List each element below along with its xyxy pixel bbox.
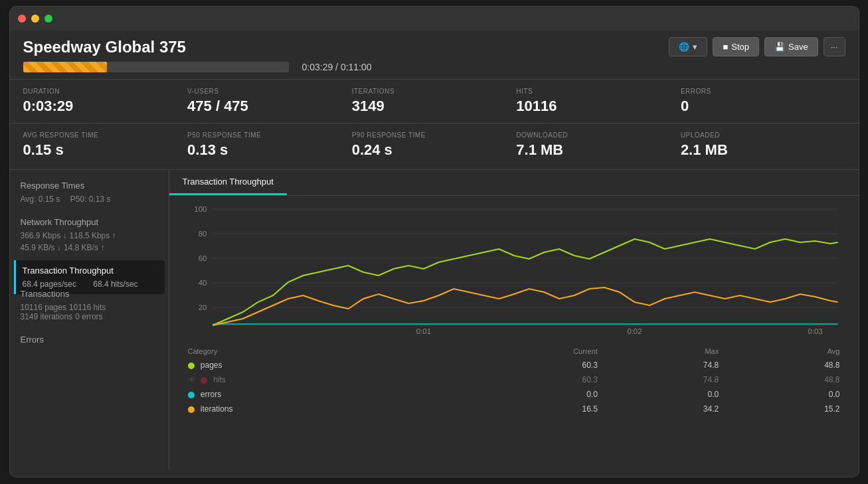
network-throughput-values: 366.9 Kbps ↓ 118.5 Kbps ↑ 45.9 KB/s ↓ 14… [21, 231, 158, 252]
sidebar-transactions[interactable]: Transactions 10116 pages 10116 hits 3149… [21, 289, 158, 321]
more-button[interactable]: ··· [824, 37, 845, 56]
sidebar-errors[interactable]: Errors [21, 335, 158, 345]
metric-p90-response: P90 RESPONSE TIME 0.24 s [352, 131, 517, 159]
transactions-values-2: 3149 iterations 0 errors [21, 312, 158, 321]
header-actions: 🌐 ▾ ■ Stop 💾 Save ··· [669, 37, 845, 56]
pages-sec: 68.4 pages/sec [23, 280, 76, 289]
errors-value: 0 [681, 98, 832, 115]
sidebar-response-times[interactable]: Response Times Avg: 0.15 s P50: 0.13 s [21, 181, 158, 204]
tab-transaction-throughput[interactable]: Transaction Throughput [169, 170, 287, 195]
save-button[interactable]: 💾 Save [764, 37, 818, 56]
legend-color-dot [201, 377, 207, 384]
uploaded-label: UPLOADED [681, 131, 832, 139]
response-times-title: Response Times [21, 181, 158, 191]
minimize-button[interactable] [31, 15, 39, 23]
legend-row[interactable]: errors 0.0 0.0 0.0 [183, 387, 845, 402]
legend-current: 60.3 [441, 358, 603, 372]
metric-iterations: ITERATIONS 3149 [352, 88, 517, 115]
chart-svg: 100 80 60 40 20 0:01 0:02 0:03 [183, 202, 845, 335]
metric-errors: ERRORS 0 [681, 88, 845, 115]
tx-pages: 10116 pages [21, 303, 66, 312]
avg-detail: Avg: 0.15 s [21, 195, 60, 204]
iterations-value: 3149 [352, 98, 503, 115]
metric-duration: DURATION 0:03:29 [23, 88, 188, 115]
legend-row[interactable]: pages 60.3 74.8 48.8 [183, 358, 845, 372]
eye-icon: 👁 [188, 375, 196, 384]
main-content: Speedway Global 375 🌐 ▾ ■ Stop 💾 Save [10, 31, 859, 477]
col-header-max: Max [603, 345, 724, 358]
metric-hits: HITS 10116 [516, 88, 681, 115]
duration-label: DURATION [23, 88, 175, 95]
svg-text:100: 100 [194, 206, 207, 213]
errors-label: ERRORS [681, 88, 832, 95]
svg-text:20: 20 [198, 304, 207, 311]
downloaded-value: 7.1 MB [516, 141, 667, 159]
progress-bar-fill [23, 62, 108, 72]
transaction-throughput-detail: 68.4 pages/sec 68.4 hits/sec [23, 280, 158, 289]
progress-section: 0:03:29 / 0:11:00 [23, 62, 845, 72]
errors-section-title: Errors [21, 335, 158, 345]
world-dropdown-icon: ▾ [693, 42, 697, 52]
duration-value: 0:03:29 [23, 98, 175, 115]
p50-detail: P50: 0.13 s [70, 195, 111, 204]
col-header-avg: Avg [724, 345, 845, 358]
p90-response-value: 0.24 s [352, 141, 503, 159]
avg-response-label: AVG RESPONSE TIME [23, 131, 175, 139]
iterations-line [213, 287, 837, 325]
metric-p50-response: P50 RESPONSE TIME 0.13 s [187, 131, 352, 159]
stop-icon: ■ [723, 42, 728, 52]
legend-current: 16.5 [441, 402, 603, 416]
iterations-label: ITERATIONS [352, 88, 503, 95]
sidebar: Response Times Avg: 0.15 s P50: 0.13 s N… [10, 170, 169, 470]
hits-label: HITS [516, 88, 667, 95]
tx-hits: 10116 hits [69, 303, 106, 312]
legend-category: iterations [183, 402, 441, 416]
vusers-value: 475 / 475 [187, 98, 339, 115]
legend-color-dot [188, 406, 195, 413]
uploaded-value: 2.1 MB [681, 141, 832, 159]
legend-category: pages [183, 358, 441, 372]
legend-name: errors [201, 390, 221, 399]
titlebar [10, 7, 859, 31]
legend-color-dot [188, 363, 195, 369]
app-window: Speedway Global 375 🌐 ▾ ■ Stop 💾 Save [9, 6, 859, 477]
transaction-throughput-title: Transaction Throughput [23, 266, 158, 276]
p50-response-label: P50 RESPONSE TIME [187, 131, 339, 139]
svg-text:0:02: 0:02 [627, 328, 642, 335]
chart-container: 100 80 60 40 20 0:01 0:02 0:03 [169, 196, 859, 470]
stop-button[interactable]: ■ Stop [713, 37, 759, 56]
legend-avg: 15.2 [724, 402, 845, 416]
metric-avg-response: AVG RESPONSE TIME 0.15 s [23, 131, 188, 159]
vusers-label: V-USERS [187, 88, 339, 95]
metric-downloaded: DOWNLOADED 7.1 MB [516, 131, 681, 159]
legend-avg: 48.8 [724, 358, 845, 372]
legend-avg: 48.8 [724, 372, 845, 387]
col-header-category: Category [183, 345, 441, 358]
main-panel: Transaction Throughput 100 80 [169, 170, 859, 470]
svg-text:0:03: 0:03 [808, 328, 822, 335]
download-kbps: 366.9 Kbps ↓ [21, 231, 67, 240]
sidebar-network-throughput[interactable]: Network Throughput 366.9 Kbps ↓ 118.5 Kb… [21, 217, 158, 252]
metrics-row-2: AVG RESPONSE TIME 0.15 s P50 RESPONSE TI… [10, 123, 859, 170]
metric-uploaded: UPLOADED 2.1 MB [681, 131, 845, 159]
upload-kbps: 118.5 Kbps ↑ [70, 231, 116, 240]
legend-avg: 0.0 [724, 387, 845, 402]
transactions-title: Transactions [21, 289, 158, 299]
world-button[interactable]: 🌐 ▾ [669, 37, 707, 56]
content-area: Response Times Avg: 0.15 s P50: 0.13 s N… [10, 170, 859, 470]
avg-response-value: 0.15 s [23, 141, 175, 159]
legend-category: errors [183, 387, 441, 402]
metric-vusers: V-USERS 475 / 475 [187, 88, 352, 115]
world-icon: 🌐 [679, 42, 689, 52]
legend-row[interactable]: iterations 16.5 34.2 15.2 [183, 402, 845, 416]
save-icon: 💾 [774, 42, 785, 52]
metrics-row-1: DURATION 0:03:29 V-USERS 475 / 475 ITERA… [10, 80, 859, 123]
tab-bar: Transaction Throughput [169, 170, 859, 196]
maximize-button[interactable] [44, 15, 52, 23]
legend-max: 74.8 [603, 372, 724, 387]
legend-row[interactable]: 👁 hits 60.3 74.8 48.8 [183, 372, 845, 387]
close-button[interactable] [18, 15, 26, 23]
test-title: Speedway Global 375 [23, 38, 186, 56]
top-bar: Speedway Global 375 🌐 ▾ ■ Stop 💾 Save [10, 31, 859, 80]
progress-bar-container [23, 62, 289, 72]
